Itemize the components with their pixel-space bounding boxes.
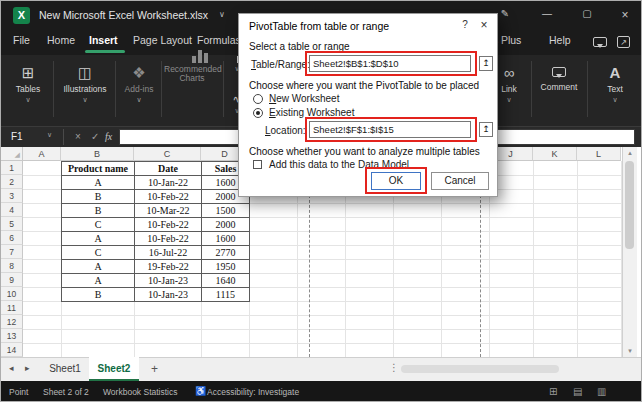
tab-page-layout[interactable]: Page Layout [133,34,192,46]
data-model-checkbox[interactable] [253,160,262,169]
cell[interactable]: B [61,203,135,218]
row-header-6[interactable]: 6 [1,231,23,245]
illustrations-button[interactable]: ◫ Illustrations ∨ [57,63,113,104]
row-header-10[interactable]: 10 [1,287,23,301]
close-button[interactable]: × [615,8,635,22]
cell[interactable]: 10-Jan-22 [134,175,202,190]
tab-formulas[interactable]: Formulas [197,34,241,46]
column-header-C[interactable]: C [134,147,201,161]
comments-icon[interactable] [593,37,607,47]
row-header-12[interactable]: 12 [1,315,23,329]
row-header-7[interactable]: 7 [1,245,23,259]
cell[interactable]: 10-Jan-23 [134,287,202,302]
cell[interactable]: Date [134,161,202,176]
tab-splitter[interactable]: ⋮ [389,362,399,373]
cell[interactable]: B [61,189,135,204]
sheet-tab-sheet2[interactable]: Sheet2 [89,357,139,381]
tab-scroll-left-icon[interactable]: ◂ [9,363,14,373]
cell[interactable]: A [61,259,135,274]
chevron-down-icon[interactable]: ∨ [219,10,225,19]
cell[interactable]: C [61,217,135,232]
page-break-view-icon[interactable]: ▥ [597,386,606,397]
cell[interactable]: 10-Feb-22 [134,189,202,204]
minimize-button[interactable]: — [537,8,557,19]
cell[interactable]: A [61,231,135,246]
column-header-A[interactable]: A [23,147,61,161]
cell[interactable]: 1640 [201,273,250,288]
column-header-L[interactable]: L [577,147,621,161]
row-header-11[interactable]: 11 [1,301,23,315]
text-button[interactable]: A Text ∨ [593,63,637,104]
document-title[interactable]: New Microsoft Excel Worksheet.xlsx [39,9,208,21]
cell[interactable]: 10-Feb-22 [134,217,202,232]
draw-pencil-icon[interactable]: ✎ [495,8,515,19]
tab-scroll-right-icon[interactable]: ▸ [25,363,30,373]
row-header-8[interactable]: 8 [1,259,23,273]
range-selector-icon[interactable]: ↥ [479,56,493,71]
row-header-14[interactable]: 14 [1,343,23,357]
comment-button[interactable]: Comment [535,63,583,92]
cell[interactable]: 1500 [201,203,250,218]
cancel-entry-icon[interactable]: × [75,131,81,142]
radio-new-worksheet-label[interactable]: New Worksheet [269,93,339,104]
row-header-2[interactable]: 2 [1,175,23,189]
horizontal-scrollbar-thumb[interactable] [401,365,559,373]
cell[interactable]: 2000 [201,217,250,232]
sheet-tab-sheet1[interactable]: Sheet1 [41,357,89,381]
cell[interactable]: A [61,175,135,190]
vertical-scrollbar-thumb[interactable] [625,161,634,249]
tab-file[interactable]: File [13,34,30,46]
row-header-3[interactable]: 3 [1,189,23,203]
tab-help[interactable]: Help [549,34,571,46]
insert-function-icon[interactable]: fx [105,131,112,142]
cell[interactable]: 10-Mar-22 [134,203,202,218]
add-ins-button[interactable]: ❖ Add-ins ∨ [119,63,159,104]
cancel-button[interactable]: Cancel [431,172,489,190]
row-header-13[interactable]: 13 [1,329,23,343]
cell[interactable]: 1115 [201,287,250,302]
cell[interactable]: 1950 [201,259,250,274]
page-layout-view-icon[interactable]: ▤ [573,386,582,397]
cell[interactable]: Product name [61,161,135,176]
maximize-button[interactable]: ▢ [577,8,597,19]
cell[interactable]: B [61,287,135,302]
scroll-down-icon[interactable]: ▾ [624,347,636,355]
add-sheet-button[interactable]: + [151,362,158,376]
range-selector-icon[interactable]: ↥ [479,122,493,137]
annotation-box-table-range [305,51,477,76]
select-all-corner[interactable]: ◢ [1,147,23,161]
scroll-up-icon[interactable]: ▴ [624,149,636,157]
dialog-help-button[interactable]: ? [458,19,472,30]
workbook-statistics[interactable]: Workbook Statistics [103,387,177,397]
normal-view-icon[interactable]: ⊞ [549,386,557,397]
dashed-range-line [309,195,310,357]
row-header-9[interactable]: 9 [1,273,23,287]
cell[interactable]: 1600 [201,231,250,246]
row-header-4[interactable]: 4 [1,203,23,217]
radio-existing-worksheet[interactable] [253,108,263,118]
cell[interactable]: A [61,273,135,288]
ribbon-separator [161,61,162,117]
tab-home[interactable]: Home [47,34,75,46]
cell[interactable]: C [61,245,135,260]
column-header-K[interactable]: K [533,147,577,161]
row-header-1[interactable]: 1 [1,161,23,175]
cell[interactable]: 16-Jul-22 [134,245,202,260]
tab-insert[interactable]: Insert [89,34,118,46]
accessibility-status[interactable]: Accessibility: Investigate [207,387,299,397]
cell[interactable]: 19-Feb-22 [134,259,202,274]
cell[interactable]: 2770 [201,245,250,260]
chevron-down-icon[interactable]: ∨ [47,131,52,139]
share-icon[interactable]: ↗ [617,36,630,48]
recommended-charts-button[interactable]: Recommended Charts [164,63,220,83]
tables-button[interactable]: ⊞ Tables ∨ [5,63,51,104]
dialog-close-button[interactable]: × [476,18,492,32]
enter-entry-icon[interactable]: ✓ [91,131,99,142]
cell[interactable]: 10-Jan-23 [134,273,202,288]
accessibility-icon: ♿ [195,386,206,396]
radio-new-worksheet[interactable] [253,94,263,104]
row-header-5[interactable]: 5 [1,217,23,231]
name-box[interactable]: F1 [11,131,23,142]
cell[interactable]: 10-Feb-22 [134,231,202,246]
column-header-B[interactable]: B [61,147,134,161]
